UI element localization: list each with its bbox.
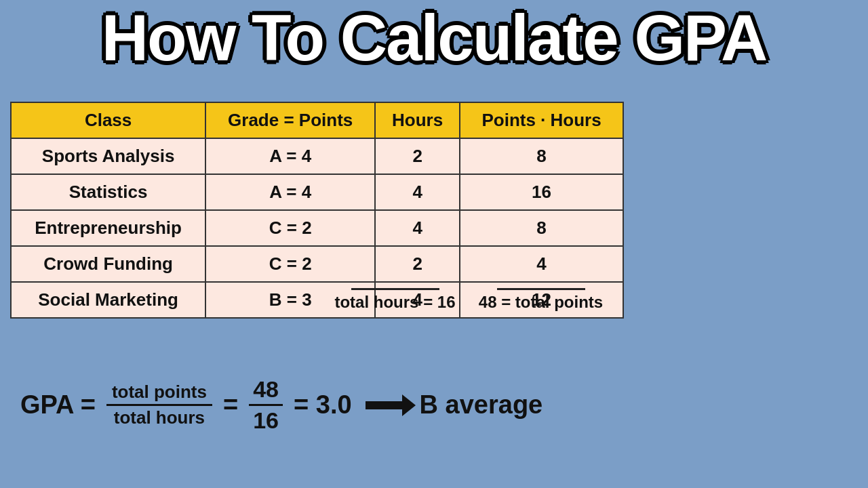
table-cell-class: Crowd Funding: [11, 246, 205, 282]
gpa-table: Class Grade = Points Hours Points · Hour…: [10, 102, 624, 319]
total-points-label: 48 = total points: [479, 293, 603, 312]
fraction-denominator: total hours: [108, 406, 210, 428]
table-cell-grade: C = 2: [205, 210, 375, 246]
table-cell-class: Statistics: [11, 174, 205, 210]
points-underline: [497, 288, 585, 290]
table-row: EntrepreneurshipC = 248: [11, 210, 623, 246]
col-grade: Grade = Points: [205, 102, 375, 138]
numeric-numerator: 48: [249, 376, 283, 406]
table-cell-hours: 2: [375, 138, 460, 174]
table-cell-grade: A = 4: [205, 138, 375, 174]
table-row: Crowd FundingC = 224: [11, 246, 623, 282]
table-cell-class: Entrepreneurship: [11, 210, 205, 246]
fraction-numerator: total points: [106, 382, 212, 406]
table-row: Sports AnalysisA = 428: [11, 138, 623, 174]
formula-fraction: total points total hours: [106, 382, 212, 428]
eq1: =: [223, 390, 238, 420]
table-cell-hours: 4: [375, 174, 460, 210]
table-cell-class: Sports Analysis: [11, 138, 205, 174]
totals-area: total hours = 16 48 = total points: [10, 288, 624, 312]
total-hours-col: total hours = 16: [332, 288, 458, 312]
result-decimal: = 3.0: [294, 390, 352, 420]
table-cell-points_hours: 4: [460, 246, 623, 282]
table-cell-hours: 4: [375, 210, 460, 246]
table-cell-grade: C = 2: [205, 246, 375, 282]
col-points-hours: Points · Hours: [460, 102, 623, 138]
table-header-row: Class Grade = Points Hours Points · Hour…: [11, 102, 623, 138]
table-cell-hours: 2: [375, 246, 460, 282]
col-class: Class: [11, 102, 205, 138]
table-row: StatisticsA = 4416: [11, 174, 623, 210]
hours-underline: [351, 288, 439, 290]
numeric-denominator: 16: [249, 406, 283, 434]
table-cell-points_hours: 8: [460, 138, 623, 174]
total-hours-label: total hours = 16: [334, 293, 455, 312]
table-cell-points_hours: 16: [460, 174, 623, 210]
gpa-formula-section: GPA = total points total hours = 48 16 =…: [20, 376, 542, 434]
b-average-label: B average: [420, 390, 543, 420]
gpa-label: GPA =: [20, 390, 96, 420]
col-hours: Hours: [375, 102, 460, 138]
main-title: How To Calculate GPA: [0, 0, 868, 70]
arrow-icon: [366, 401, 406, 409]
table-cell-grade: A = 4: [205, 174, 375, 210]
total-points-col: 48 = total points: [458, 288, 624, 312]
table-cell-points_hours: 8: [460, 210, 623, 246]
numeric-fraction: 48 16: [249, 376, 283, 434]
gpa-table-container: Class Grade = Points Hours Points · Hour…: [10, 102, 624, 319]
